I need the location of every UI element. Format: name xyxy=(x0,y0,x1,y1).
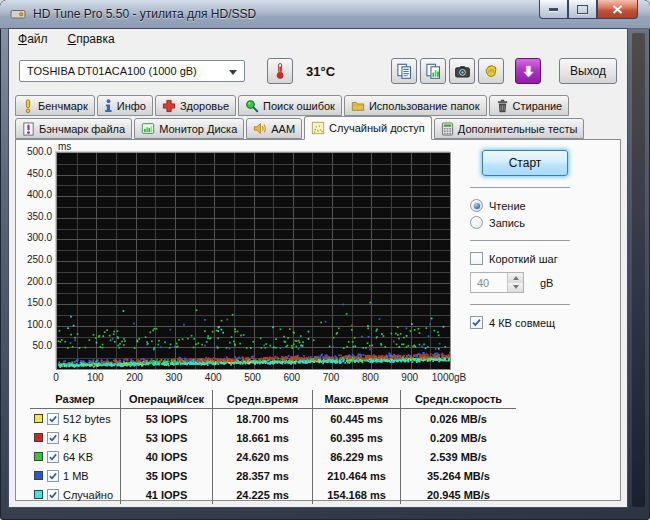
tab-label: Стирание xyxy=(513,100,563,112)
arrow-down-icon xyxy=(521,64,536,79)
maximize-button[interactable] xyxy=(568,0,597,19)
health-icon xyxy=(162,99,176,113)
y-tick-label: 500.0 xyxy=(16,146,52,157)
y-tick-label: 300.0 xyxy=(16,232,52,243)
tab-label: Монитор Диска xyxy=(159,123,237,135)
copy-results-button[interactable] xyxy=(420,58,446,84)
series-checkbox[interactable] xyxy=(47,432,59,444)
y-tick-label: 50.0 xyxy=(16,340,52,351)
table-row: 64 KB 40 IOPS 24.620 ms 86.229 ms 2.539 … xyxy=(30,447,516,466)
short-stride-label: Короткий шаг xyxy=(489,253,558,265)
tab-label: Поиск ошибок xyxy=(263,100,335,112)
series-checkbox[interactable] xyxy=(47,470,59,482)
random-access-panel: ms 500.0450.0400.0350.0300.0250.0200.015… xyxy=(15,139,621,501)
separator xyxy=(470,304,570,308)
write-radio[interactable] xyxy=(470,216,483,229)
series-checkbox[interactable] xyxy=(47,451,59,463)
x-tick-label: 800 xyxy=(362,372,379,383)
series-swatch xyxy=(34,471,43,480)
close-icon xyxy=(612,5,623,14)
stride-down-button[interactable] xyxy=(508,283,523,293)
minimize-button[interactable] xyxy=(539,0,568,19)
drive-select[interactable]: TOSHIBA DT01ACA100 (1000 gB) xyxy=(19,60,245,82)
speed-value: 35.264 MB/s xyxy=(400,466,516,485)
x-tick-label: 900 xyxy=(401,372,418,383)
col-header-avg: Средн.время xyxy=(212,390,312,408)
trash-icon xyxy=(496,99,509,113)
series-swatch xyxy=(34,490,43,499)
align-4kb-checkbox[interactable] xyxy=(470,316,483,329)
tab-error-scan[interactable]: Поиск ошибок xyxy=(238,95,342,116)
tab-label: Бэнчмарк файла xyxy=(39,123,125,135)
table-row: 1 MB 35 IOPS 28.357 ms 210.464 ms 35.264… xyxy=(30,466,516,485)
series-label: 64 KB xyxy=(63,451,93,463)
tab-erase[interactable]: Стирание xyxy=(489,95,570,116)
y-tick-label: 450.0 xyxy=(16,168,52,179)
tab-disk-monitor[interactable]: Монитор Диска xyxy=(134,118,244,139)
tab-aam[interactable]: AAM xyxy=(246,118,302,139)
save-screenshot-button[interactable] xyxy=(515,58,541,84)
read-radio[interactable] xyxy=(470,199,483,212)
menu-file[interactable]: Файл xyxy=(18,32,48,46)
ops-value: 41 IOPS xyxy=(120,485,212,504)
tab-strip: Бенчмарк Инфо Здоровье Поиск ошибок Испо… xyxy=(9,95,627,139)
copy-info-button[interactable] xyxy=(391,58,417,84)
series-checkbox[interactable] xyxy=(47,489,59,501)
series-label: 512 bytes xyxy=(63,413,111,425)
series-checkbox[interactable] xyxy=(47,413,59,425)
tab-file-benchmark[interactable]: Бэнчмарк файла xyxy=(15,118,132,139)
speed-value: 0.209 MB/s xyxy=(400,428,516,447)
stride-value: 40 xyxy=(471,273,507,292)
x-tick-label: 300 xyxy=(166,372,183,383)
menu-help[interactable]: Справка xyxy=(68,32,115,46)
calculator-icon xyxy=(441,122,454,136)
camera-icon xyxy=(454,63,471,80)
file-benchmark-icon xyxy=(22,122,35,136)
options-button[interactable] xyxy=(478,58,504,84)
tab-info[interactable]: Инфо xyxy=(97,95,153,116)
write-radio-label: Запись xyxy=(489,217,525,229)
series-swatch xyxy=(34,452,43,461)
benchmark-icon xyxy=(22,99,34,113)
tab-folder-usage[interactable]: Использование папок xyxy=(344,95,487,116)
results-table: Размер Операций/сек Средн.время Макс.вре… xyxy=(30,390,516,504)
app-window: HD Tune Pro 5.50 - утилита для HD/SSD Фа… xyxy=(0,0,650,520)
x-axis-labels: 01002003004005006007008009001000gB xyxy=(56,372,456,386)
screenshot-button[interactable] xyxy=(449,58,475,84)
short-stride-checkbox[interactable] xyxy=(470,252,483,265)
tab-benchmark[interactable]: Бенчмарк xyxy=(15,95,95,116)
disk-monitor-icon xyxy=(141,122,155,135)
check-icon xyxy=(48,452,58,462)
series-label: 1 MB xyxy=(63,470,89,482)
speed-value: 2.539 MB/s xyxy=(400,447,516,466)
y-tick-label: 200.0 xyxy=(16,276,52,287)
aero-frame-shade xyxy=(632,33,645,507)
temperature-button[interactable] xyxy=(267,58,293,84)
max-value: 154.168 ms xyxy=(312,485,400,504)
toolbar: TOSHIBA DT01ACA100 (1000 gB) 31°C xyxy=(9,49,627,93)
arrow-down-icon xyxy=(513,285,519,289)
tab-label: Использование папок xyxy=(369,100,480,112)
x-tick-label: 600 xyxy=(283,372,300,383)
close-button[interactable] xyxy=(597,0,638,19)
exit-button[interactable]: Выход xyxy=(559,58,617,84)
series-label: 4 KB xyxy=(63,432,87,444)
stride-input[interactable]: 40 xyxy=(470,272,524,293)
avg-value: 18.700 ms xyxy=(212,409,312,428)
title-bar: HD Tune Pro 5.50 - утилита для HD/SSD xyxy=(0,0,650,29)
tab-extra-tests[interactable]: Дополнительные тесты xyxy=(434,118,585,139)
col-header-size: Размер xyxy=(30,393,120,405)
col-header-max: Макс.время xyxy=(312,390,400,408)
series-label: Случайно xyxy=(63,489,113,501)
test-controls: Старт Чтение Запись Короткий шаг xyxy=(468,150,624,333)
tab-random-access[interactable]: Случайный доступ xyxy=(304,116,432,140)
tab-health[interactable]: Здоровье xyxy=(155,95,236,116)
stride-up-button[interactable] xyxy=(508,273,523,283)
start-button-label: Старт xyxy=(509,156,542,170)
table-row: 512 bytes 53 IOPS 18.700 ms 60.445 ms 0.… xyxy=(30,409,516,428)
start-button[interactable]: Старт xyxy=(482,150,568,176)
x-tick-label: 1000gB xyxy=(432,372,466,383)
tab-label: Бенчмарк xyxy=(38,100,88,112)
check-icon xyxy=(48,471,58,481)
window-title: HD Tune Pro 5.50 - утилита для HD/SSD xyxy=(33,7,256,21)
